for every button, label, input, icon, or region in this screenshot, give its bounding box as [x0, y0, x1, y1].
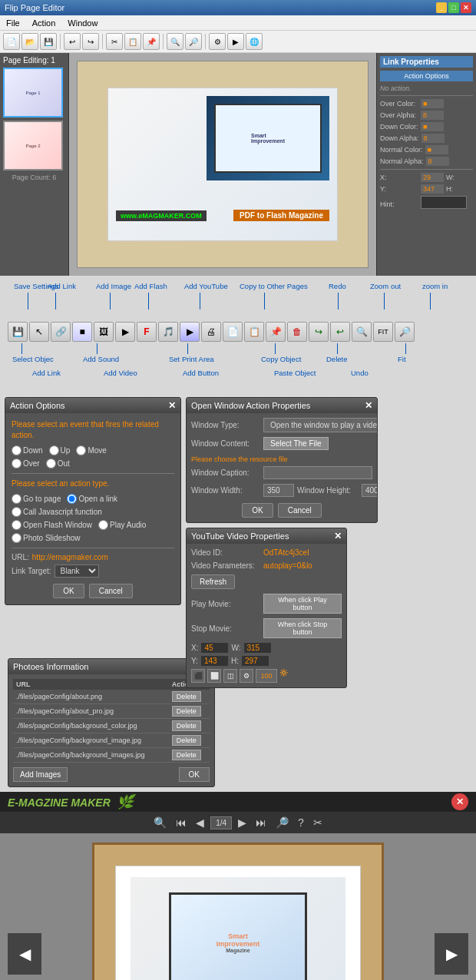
maximize-button[interactable]: □: [448, 2, 459, 13]
radio-up[interactable]: Up: [49, 445, 71, 455]
minimize-button[interactable]: _: [436, 2, 447, 13]
redo-btn[interactable]: ↪: [309, 322, 329, 342]
copy-obj-btn[interactable]: 📋: [244, 322, 264, 342]
sep-4: [205, 34, 206, 49]
yt-close[interactable]: ✕: [334, 531, 342, 541]
prev-select[interactable]: ✂: [310, 815, 326, 830]
undo-btn[interactable]: ↩: [330, 322, 350, 342]
del-btn-2[interactable]: Delete: [172, 720, 201, 731]
action-options-btn[interactable]: Action Options: [380, 71, 473, 81]
tb-preview-btn[interactable]: ▶: [227, 33, 244, 50]
yt-stop-btn[interactable]: When click Stop button: [263, 618, 342, 638]
tb-settings-btn[interactable]: ⚙: [209, 33, 226, 50]
tb-zoom-out-btn[interactable]: 🔎: [185, 33, 202, 50]
prev-first[interactable]: ⏮: [173, 815, 190, 830]
copy-other-btn[interactable]: 📄: [223, 322, 243, 342]
radio-out[interactable]: Out: [46, 459, 70, 468]
tb-copy-btn[interactable]: 📋: [124, 33, 141, 50]
yt-h-value: 297: [242, 656, 269, 666]
tb-paste-btn[interactable]: 📌: [143, 33, 160, 50]
add-youtube-btn[interactable]: ▶: [180, 322, 200, 342]
openwin-cancel-btn[interactable]: Cancel: [278, 503, 322, 518]
radio-openlink[interactable]: Open a link: [67, 494, 117, 504]
zoom-in-btn[interactable]: 🔎: [395, 322, 415, 342]
del-btn-1[interactable]: Delete: [172, 706, 201, 717]
set-print-btn[interactable]: 🖨: [201, 322, 221, 342]
yt-play-btn[interactable]: When click Play button: [263, 594, 342, 614]
tb-redo-btn[interactable]: ↪: [82, 33, 99, 50]
page-thumb-1[interactable]: Page 1: [3, 68, 63, 118]
radio-flash[interactable]: Open Flash Window: [12, 520, 92, 530]
radio-gotopage[interactable]: Go to page: [12, 494, 61, 504]
save-btn[interactable]: 💾: [8, 322, 28, 342]
tb-new-btn[interactable]: 📄: [3, 33, 20, 50]
openwin-close[interactable]: ✕: [365, 400, 372, 411]
add-images-btn[interactable]: Add Images: [13, 767, 68, 782]
add-flash-btn[interactable]: F: [137, 322, 157, 342]
close-button[interactable]: ✕: [461, 2, 471, 13]
radio-move[interactable]: Move: [76, 445, 106, 455]
fit-btn[interactable]: FIT: [373, 322, 393, 342]
yt-icon-2[interactable]: ⬜: [207, 669, 221, 683]
page-thumb-2[interactable]: Page 2: [3, 121, 63, 171]
prev-nav-right[interactable]: ▶: [435, 933, 468, 975]
radio-audio[interactable]: Play Audio: [98, 520, 146, 530]
menu-file[interactable]: File: [3, 17, 23, 29]
radio-down[interactable]: Down: [12, 445, 43, 455]
menu-action[interactable]: Action: [29, 17, 59, 29]
prev-help[interactable]: ?: [295, 815, 307, 830]
yt-icon-1[interactable]: ⬛: [191, 669, 205, 683]
add-sound-btn[interactable]: 🎵: [158, 322, 178, 342]
link-btn[interactable]: 🔗: [51, 322, 71, 342]
select-file-btn[interactable]: Select The File: [263, 437, 329, 450]
tb-publish-btn[interactable]: 🌐: [246, 33, 263, 50]
preview-close-btn[interactable]: ✕: [451, 793, 468, 810]
ann-setprint-arrow: [187, 343, 188, 354]
tb-cut-btn[interactable]: ✂: [106, 33, 123, 50]
prev-next[interactable]: ▶: [235, 815, 250, 830]
zoom-out-btn[interactable]: 🔍: [352, 322, 372, 342]
delete-btn[interactable]: 🗑: [287, 322, 307, 342]
winwidth-input[interactable]: [263, 484, 294, 497]
save2-btn[interactable]: ■: [72, 322, 92, 342]
page-panel[interactable]: Page Editing: 1 Page 1 Page 2 Page Count…: [0, 53, 69, 276]
hint-input[interactable]: [421, 196, 467, 209]
radio-js[interactable]: Call Javascript function: [12, 507, 102, 517]
add-image-btn[interactable]: 🖼: [94, 322, 114, 342]
paste-btn[interactable]: 📌: [266, 322, 286, 342]
del-btn-3[interactable]: Delete: [172, 735, 201, 746]
wincaption-input[interactable]: [263, 466, 372, 479]
prev-zoom-in[interactable]: 🔍: [150, 815, 170, 830]
photos-ok-btn[interactable]: OK: [179, 767, 210, 782]
add-video-btn[interactable]: ▶: [115, 322, 135, 342]
yt-refresh-btn[interactable]: Refresh: [191, 574, 235, 589]
tb-open-btn[interactable]: 📂: [21, 33, 38, 50]
radio-over[interactable]: Over: [12, 459, 40, 468]
tb-zoom-in-btn[interactable]: 🔍: [167, 33, 183, 50]
monitor-bg: SmartImprovement: [207, 96, 329, 180]
radio-slideshow[interactable]: Photo Slideshow: [12, 533, 81, 543]
action-ok-btn[interactable]: OK: [53, 584, 84, 598]
tb-undo-btn[interactable]: ↩: [64, 33, 81, 50]
yt-icon-3[interactable]: ◫: [223, 669, 237, 683]
openwin-ok-btn[interactable]: OK: [242, 503, 273, 518]
del-btn-4[interactable]: Delete: [172, 750, 201, 760]
action-dialog-close[interactable]: ✕: [168, 400, 176, 411]
prev-last[interactable]: ⏭: [253, 815, 269, 830]
prev-prev[interactable]: ◀: [193, 815, 207, 830]
canvas-area[interactable]: SmartImprovement www.eMAGMAKER.COM PDF t…: [69, 53, 376, 276]
yt-opacity-input[interactable]: 100: [256, 669, 277, 683]
yt-icon-4[interactable]: ⚙: [240, 669, 253, 683]
select-btn[interactable]: ↖: [29, 322, 49, 342]
link-target-select[interactable]: Blank Self Parent: [55, 564, 99, 578]
ann-setprint-label: Set Print Area: [169, 355, 214, 363]
yt-w-label: W:: [231, 644, 240, 652]
action-cancel-btn[interactable]: Cancel: [89, 584, 133, 598]
winheight-input[interactable]: [362, 484, 378, 497]
menu-window[interactable]: Window: [64, 17, 101, 29]
del-btn-0[interactable]: Delete: [172, 691, 201, 702]
prev-nav-left[interactable]: ◀: [8, 933, 41, 975]
prev-zoom-out[interactable]: 🔎: [273, 815, 292, 830]
tb-save-file-btn[interactable]: 💾: [40, 33, 57, 50]
wintype-select[interactable]: Open the window to play a video: [263, 418, 378, 432]
